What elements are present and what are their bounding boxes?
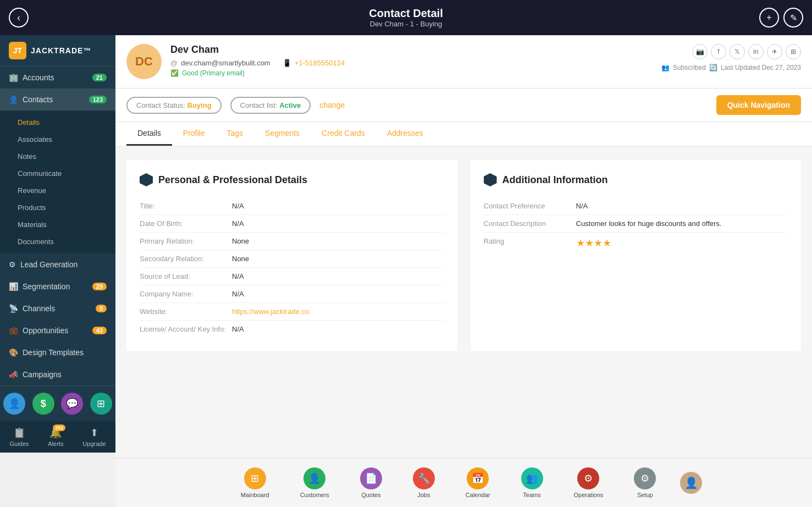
sidebar-sub-documents[interactable]: Documents [0,233,115,250]
page-title: Contact Detail [369,7,443,20]
sidebar-sub-revenue[interactable]: Revenue [0,182,115,199]
sidebar-item-campaigns[interactable]: 📣 Campaigns [0,363,115,385]
alerts-btn[interactable]: 🔔 261 Alerts [48,427,63,447]
calendar-icon: 📅 [467,467,489,489]
refresh-icon: 🔄 [709,64,717,71]
customers-label: Customers [300,492,329,498]
design-templates-label: Design Templates [23,348,84,357]
tab-tags[interactable]: Tags [216,122,254,146]
header-right-buttons: + ✎ [759,8,803,27]
field-company-name: Company Name: N/A [140,285,444,303]
segmentation-badge: 29 [92,283,107,290]
sidebar-bottom-dollar-icon[interactable]: $ [32,393,54,415]
segmentation-icon: 📊 [9,282,18,291]
sidebar-logo: JT JACKTRADE™ [0,35,115,67]
contact-info-right: 📷 f 𝕏 in ✈ ⊞ 👥 Subscribed 🔄 Last Updated… [661,44,801,71]
sidebar-item-channels[interactable]: 📡 Channels 8 [0,297,115,319]
user-avatar-bottom: 👤 [680,472,702,494]
facebook-icon[interactable]: f [711,44,726,59]
setup-icon: ⚙ [634,467,656,489]
page-subtitle: Dev Cham - 1 - Buying [369,20,443,28]
tab-addresses[interactable]: Addresses [376,122,434,146]
instagram-icon[interactable]: 📷 [692,44,708,59]
bottom-nav-calendar[interactable]: 📅 Calendar [450,463,506,503]
contacts-badge: 123 [89,96,107,103]
sidebar-item-opportunities[interactable]: 💼 Opportunities 43 [0,319,115,341]
bottom-nav-operations[interactable]: ⚙ Operations [559,463,619,503]
contacts-sub-menu: Details Associates Notes Communicate Rev… [0,111,115,254]
sidebar-item-segmentation[interactable]: 📊 Segmentation 29 [0,275,115,297]
sidebar-item-accounts[interactable]: 🏢 Accounts 21 [0,67,115,89]
field-contact-preference: Contact Preference N/A [484,197,788,215]
sidebar-item-design-templates[interactable]: 🎨 Design Templates [0,341,115,363]
sidebar-bottom-grid-icon[interactable]: ⊞ [90,393,112,415]
sidebar-sub-communicate[interactable]: Communicate [0,165,115,182]
contact-list-pill: Contact list: Active [230,97,311,114]
sidebar-bottom-user-icon[interactable]: 👤 [3,393,25,415]
additional-section-title: Additional Information [484,173,788,186]
back-button[interactable]: ‹ [9,8,29,27]
sidebar-sub-associates[interactable]: Associates [0,131,115,148]
field-primary-relation: Primary Relation: None [140,233,444,250]
subscribed-row: 👥 Subscribed 🔄 Last Updated Dec 27, 2023 [661,64,801,71]
accounts-badge: 21 [92,74,107,81]
sidebar-sub-materials[interactable]: Materials [0,216,115,233]
sidebar-guides-bar: 📋 Guides 🔔 261 Alerts ⬆ Upgrade [0,421,115,453]
additional-hex-icon [484,173,497,186]
sidebar-sub-notes[interactable]: Notes [0,148,115,165]
bottom-nav-teams[interactable]: 👥 Teams [506,463,559,503]
tab-profile[interactable]: Profile [172,122,216,146]
operations-icon: ⚙ [577,467,599,489]
campaigns-icon: 📣 [9,370,18,379]
opportunities-badge: 43 [92,327,107,334]
contact-status-label: Contact Status: [136,101,185,109]
sidebar-bottom-chat-icon[interactable]: 💬 [61,393,83,415]
logo-icon: JT [9,42,26,59]
social-icons: 📷 f 𝕏 in ✈ ⊞ [692,44,801,59]
subscribed-icon: 👥 [661,64,670,71]
contact-email: dev.cham@smartlybuilt.com [181,59,270,67]
tab-details[interactable]: Details [126,122,172,146]
edit-button[interactable]: ✎ [783,8,803,27]
sidebar-sub-details[interactable]: Details [0,114,115,131]
additional-section: Additional Information Contact Preferenc… [471,160,802,351]
contact-list-label: Contact list: [240,101,278,109]
content-area: DC Dev Cham @ dev.cham@smartlybuilt.com … [115,35,812,507]
contact-details: Dev Cham @ dev.cham@smartlybuilt.com 📱 +… [170,44,345,79]
contact-info-left: DC Dev Cham @ dev.cham@smartlybuilt.com … [126,44,345,79]
bottom-nav-mainboard[interactable]: ⊞ Mainboard [225,463,285,503]
lead-gen-label: Lead Generation [20,260,78,269]
sidebar-wrapper: JT JACKTRADE™ 🏢 Accounts 21 👤 Contacts 1… [0,35,115,507]
tab-segments[interactable]: Segments [254,122,311,146]
rating-stars: ★★★★ [576,237,788,249]
guides-btn[interactable]: 📋 Guides [9,427,29,447]
avatar: DC [126,44,162,79]
grid-icon[interactable]: ⊞ [786,44,801,59]
field-title: Title: N/A [140,197,444,215]
linkedin-icon[interactable]: in [748,44,764,59]
upgrade-btn[interactable]: ⬆ Upgrade [82,427,106,447]
bottom-nav-quotes[interactable]: 📄 Quotes [345,463,397,503]
add-button[interactable]: + [759,8,779,27]
mainboard-label: Mainboard [241,492,269,498]
quotes-icon: 📄 [360,467,382,489]
twitter-icon[interactable]: 𝕏 [730,44,745,59]
last-updated: Last Updated Dec 27, 2023 [721,64,801,71]
sidebar-sub-products[interactable]: Products [0,199,115,216]
segmentation-label: Segmentation [23,282,70,291]
sidebar-item-lead-generation[interactable]: ⚙ Lead Generation [0,254,115,275]
bottom-nav-customers[interactable]: 👤 Customers [285,463,345,503]
contact-name: Dev Cham [170,44,345,56]
phone-icon: 📱 [283,59,291,67]
bottom-nav-setup[interactable]: ⚙ Setup [618,463,671,503]
personal-hex-icon [140,173,153,186]
sidebar-item-contacts[interactable]: 👤 Contacts 123 [0,89,115,111]
tab-credit-cards[interactable]: Credit Cards [311,122,376,146]
user-avatar[interactable]: 👤 [680,472,702,494]
sidebar-bottom-icons: 👤 $ 💬 ⊞ [0,385,115,421]
change-link[interactable]: change [319,101,345,109]
quick-navigation-button[interactable]: Quick Navigation [716,95,801,115]
telegram-icon[interactable]: ✈ [767,44,782,59]
bottom-nav-jobs[interactable]: 🔧 Jobs [397,463,450,503]
setup-label: Setup [637,492,653,498]
